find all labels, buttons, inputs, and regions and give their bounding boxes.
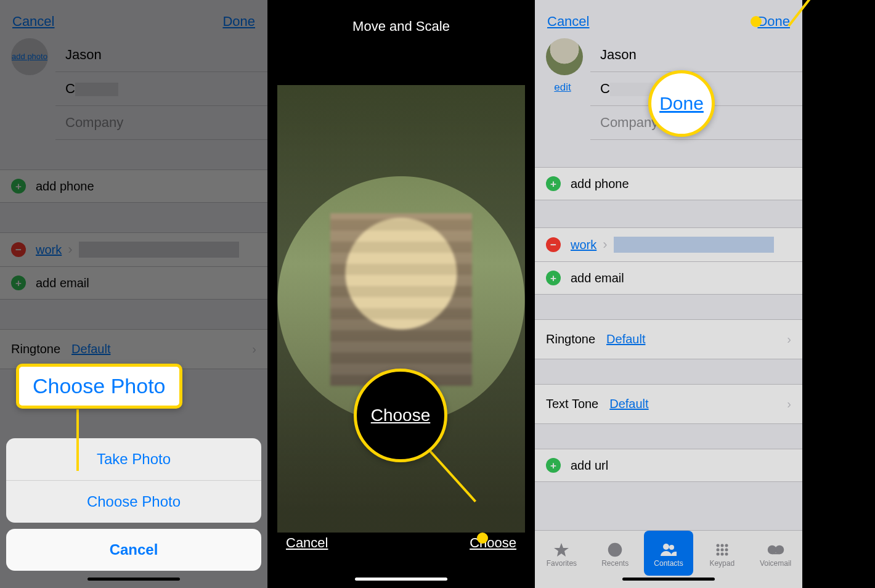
svg-point-5 bbox=[720, 544, 723, 547]
screen-move-and-scale: Move and Scale Cancel Choose Choose bbox=[267, 0, 535, 588]
choose-photo-option[interactable]: Choose Photo bbox=[6, 481, 261, 523]
home-indicator[interactable] bbox=[355, 578, 447, 581]
company-field[interactable]: Company bbox=[55, 106, 267, 140]
svg-point-11 bbox=[720, 553, 723, 556]
callout-done: Done bbox=[648, 70, 715, 137]
svg-point-8 bbox=[720, 549, 723, 552]
texttone-cell[interactable]: Text Tone Default › bbox=[535, 384, 802, 424]
redacted-text bbox=[75, 83, 118, 96]
home-indicator[interactable] bbox=[88, 578, 180, 581]
last-name-field[interactable]: C bbox=[55, 72, 267, 106]
crop-circle-mask bbox=[277, 85, 525, 533]
voicemail-icon bbox=[767, 542, 785, 557]
add-email-cell[interactable]: + add email bbox=[535, 262, 802, 295]
photo-crop-area[interactable] bbox=[277, 85, 525, 533]
clock-icon bbox=[606, 542, 624, 557]
redacted-value bbox=[614, 237, 774, 253]
take-photo-option[interactable]: Take Photo bbox=[6, 438, 261, 481]
done-button[interactable]: Done bbox=[222, 14, 255, 30]
move-scale-title: Move and Scale bbox=[267, 0, 535, 35]
chevron-right-icon: › bbox=[252, 342, 256, 356]
svg-point-2 bbox=[663, 544, 669, 550]
redacted-value bbox=[79, 242, 239, 258]
svg-point-3 bbox=[669, 545, 674, 550]
keypad-icon bbox=[713, 542, 731, 557]
home-indicator[interactable] bbox=[622, 578, 715, 581]
add-phone-cell[interactable]: + add phone bbox=[0, 169, 267, 203]
tab-keypad[interactable]: Keypad bbox=[698, 531, 747, 576]
cancel-button[interactable]: Cancel bbox=[286, 535, 328, 551]
work-entry-cell[interactable]: − work › bbox=[535, 227, 802, 262]
callout-choose: Choose bbox=[354, 369, 447, 462]
photo-action-sheet: Take Photo Choose Photo Cancel bbox=[6, 438, 261, 571]
svg-point-12 bbox=[725, 553, 728, 556]
plus-icon: + bbox=[546, 458, 561, 473]
ringtone-cell[interactable]: Ringtone Default › bbox=[535, 319, 802, 359]
add-email-cell[interactable]: + add email bbox=[0, 267, 267, 300]
nav-bar: Cancel Done bbox=[535, 0, 802, 30]
contact-photo[interactable] bbox=[546, 38, 583, 75]
tab-favorites[interactable]: Favorites bbox=[537, 531, 586, 576]
contacts-icon bbox=[659, 542, 678, 557]
svg-point-6 bbox=[725, 544, 728, 547]
chevron-right-icon: › bbox=[68, 242, 72, 258]
chevron-right-icon: › bbox=[787, 397, 791, 411]
svg-point-10 bbox=[716, 553, 719, 556]
screen-contact-edit-done: Cancel Done edit Jason C Company + add p… bbox=[535, 0, 802, 588]
redacted-text bbox=[610, 83, 653, 96]
add-url-cell[interactable]: + add url bbox=[535, 449, 802, 482]
svg-point-13 bbox=[768, 546, 776, 553]
edit-photo-link[interactable]: edit bbox=[554, 81, 571, 94]
svg-marker-0 bbox=[554, 543, 569, 557]
nav-bar: Cancel Done bbox=[0, 0, 267, 30]
minus-icon: − bbox=[11, 242, 26, 257]
done-button[interactable]: Done bbox=[757, 14, 790, 30]
tab-contacts[interactable]: Contacts bbox=[644, 531, 693, 576]
add-phone-cell[interactable]: + add phone bbox=[535, 167, 802, 200]
tab-voicemail[interactable]: Voicemail bbox=[751, 531, 800, 576]
star-icon bbox=[552, 542, 571, 557]
cancel-button[interactable]: Cancel bbox=[547, 14, 589, 30]
first-name-field[interactable]: Jason bbox=[55, 38, 267, 72]
work-entry-cell[interactable]: − work › bbox=[0, 232, 267, 267]
sheet-cancel-button[interactable]: Cancel bbox=[6, 529, 261, 571]
callout-choose-photo: Choose Photo bbox=[16, 364, 182, 409]
plus-icon: + bbox=[546, 176, 561, 191]
screen-contact-edit-with-sheet: Cancel Done add photo Jason C Company + … bbox=[0, 0, 267, 588]
plus-icon: + bbox=[11, 276, 26, 290]
svg-point-4 bbox=[716, 544, 719, 547]
chevron-right-icon: › bbox=[603, 237, 607, 253]
chevron-right-icon: › bbox=[787, 332, 791, 346]
svg-point-7 bbox=[716, 549, 719, 552]
svg-point-14 bbox=[776, 546, 783, 553]
first-name-field[interactable]: Jason bbox=[590, 38, 802, 72]
tab-recents[interactable]: Recents bbox=[590, 531, 640, 576]
minus-icon: − bbox=[546, 237, 561, 252]
svg-point-9 bbox=[725, 549, 728, 552]
cancel-button[interactable]: Cancel bbox=[12, 14, 54, 30]
plus-icon: + bbox=[11, 179, 26, 194]
plus-icon: + bbox=[546, 271, 561, 285]
add-photo-button[interactable]: add photo bbox=[11, 38, 48, 75]
